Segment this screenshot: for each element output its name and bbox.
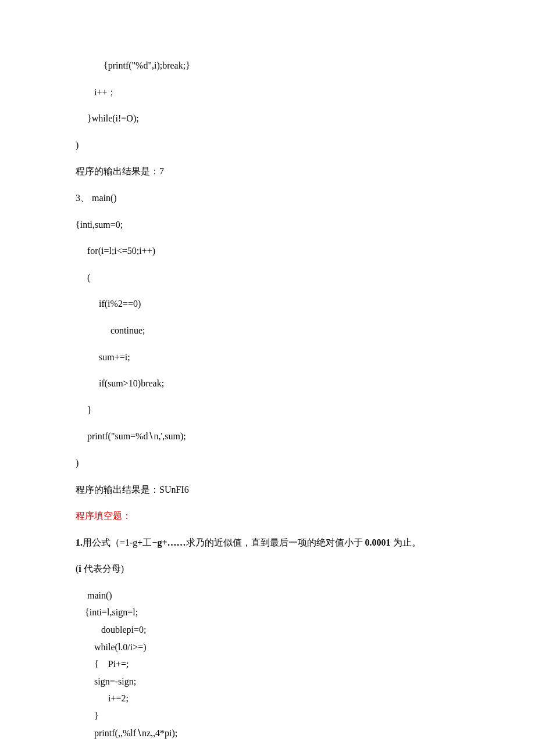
code-line: } <box>76 403 465 418</box>
code-line: 程序的输出结果是：7 <box>76 164 465 179</box>
code-line: for(i=l;i<=50;i++) <box>76 243 465 259</box>
code-line: { Pi+=; <box>76 657 465 672</box>
code-line: printf(,,%lf∖nz,,4*pi); <box>76 726 465 741</box>
code-line: 程序的输出结果是：SUnFI6 <box>76 482 465 497</box>
code-line: } <box>76 708 465 723</box>
code-line: {inti=l,sign=l; <box>76 605 465 620</box>
code-line: ) <box>76 456 465 471</box>
document-page: {printf("%d",i);break;} i++； }while(i!=O… <box>0 0 535 756</box>
code-line: printf("sum=%d∖n,',sum); <box>76 429 465 444</box>
code-block-1: {printf("%d",i);break;} i++； }while(i!=O… <box>76 58 465 497</box>
code-line: doublepi=0; <box>76 622 465 637</box>
code-line: sum+=i; <box>76 350 465 365</box>
code-line: 3、 main() <box>76 191 465 206</box>
code-line: sign=-sign; <box>76 674 465 689</box>
code-line: ) <box>76 138 465 153</box>
code-line: continue; <box>76 323 465 338</box>
code-line: {printf("%d",i);break;} <box>76 58 465 73</box>
code-line: while(l.0/i>=) <box>76 640 465 655</box>
code-line: ( <box>76 270 465 285</box>
code-line: if(i%2==0) <box>76 296 465 311</box>
sub-heading: (i 代表分母) <box>76 561 465 576</box>
code-line: {inti,sum=0; <box>76 217 465 232</box>
code-line: i+=2; <box>76 691 465 706</box>
code-line: }while(i!=O); <box>76 111 465 126</box>
code-line: i++； <box>76 85 465 100</box>
formula-line: 1.用公式（=1-g+工−g+……求乃的近似值，直到最后一项的绝对值小于 0.0… <box>76 535 465 550</box>
code-line: main() <box>76 588 465 603</box>
code-line: if(sum>10)break; <box>76 376 465 391</box>
code-block-2: main() {inti=l,sign=l; doublepi=0; while… <box>76 588 465 740</box>
section-heading-fill: 程序填空题： <box>76 508 465 524</box>
spacer <box>76 743 465 754</box>
